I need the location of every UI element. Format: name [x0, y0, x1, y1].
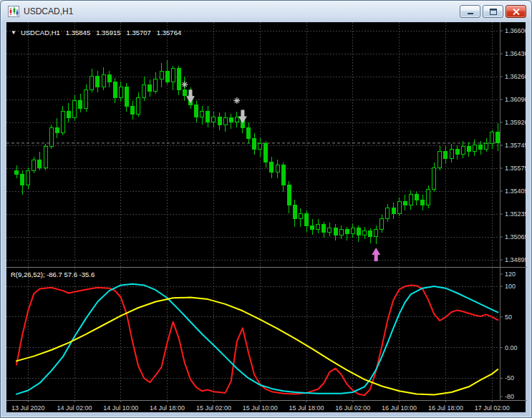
candle — [137, 98, 140, 115]
minimize-icon — [467, 9, 474, 15]
signal-markers-layer — [181, 82, 380, 262]
indicator-label: R(9,26,52); -86.7 57.6 -35.6 — [11, 271, 95, 278]
candle — [49, 127, 53, 146]
candle — [247, 127, 251, 138]
star-marker-icon — [181, 82, 188, 88]
candle — [369, 231, 372, 237]
candle — [160, 71, 163, 79]
svg-text:1.35235: 1.35235 — [505, 210, 527, 218]
svg-text:17 Jul 02:00: 17 Jul 02:00 — [475, 404, 510, 412]
candle — [450, 149, 453, 158]
info-open: 1.35845 — [66, 29, 90, 37]
indicator-line-cyan — [16, 284, 498, 394]
info-symbol-period: USDCAD,H1 — [21, 29, 60, 37]
indicator-scale[interactable]: 120100500.00-50-80 — [505, 271, 518, 400]
chart-area[interactable]: 1.366001.364301.362601.360901.359201.357… — [6, 22, 526, 412]
candle — [79, 101, 82, 109]
svg-text:14 Jul 18:00: 14 Jul 18:00 — [150, 404, 185, 412]
maximize-button[interactable] — [483, 5, 503, 18]
candle — [44, 146, 47, 167]
candle — [328, 228, 332, 233]
window-title: USDCAD,H1 — [24, 6, 73, 16]
candle — [183, 90, 186, 96]
candle — [403, 201, 407, 205]
star-marker-icon — [233, 97, 240, 104]
candle — [15, 170, 19, 175]
svg-text:1.35920: 1.35920 — [505, 119, 527, 126]
candle — [473, 145, 476, 152]
candle — [113, 82, 117, 98]
candle — [218, 117, 221, 125]
candle — [73, 101, 77, 118]
candle — [258, 144, 262, 150]
candle — [55, 127, 59, 133]
candle — [490, 132, 494, 144]
candle — [229, 118, 233, 122]
candle — [386, 208, 390, 219]
candle — [195, 104, 198, 117]
candle — [438, 152, 442, 168]
axis-layer — [6, 22, 527, 402]
sell-signal-arrow-icon — [186, 89, 195, 103]
close-icon — [513, 9, 520, 15]
svg-text:-50: -50 — [505, 374, 514, 381]
minimize-button[interactable] — [460, 5, 480, 18]
candle — [392, 208, 395, 214]
candle — [409, 195, 412, 205]
candle — [311, 225, 314, 230]
svg-text:15 Jul 02:00: 15 Jul 02:00 — [196, 404, 231, 412]
candle — [496, 132, 500, 143]
candle — [467, 146, 470, 152]
candle — [21, 175, 24, 185]
info-low: 1.35707 — [127, 29, 151, 37]
svg-text:1.35065: 1.35065 — [505, 233, 527, 240]
info-high: 1.35915 — [96, 29, 120, 37]
svg-text:14 Jul 02:00: 14 Jul 02:00 — [57, 404, 92, 412]
candle — [432, 167, 436, 189]
candle — [293, 205, 296, 219]
buy-signal-arrow-icon — [372, 248, 380, 261]
candle — [206, 112, 210, 122]
window-controls — [460, 5, 526, 18]
svg-text:1.35575: 1.35575 — [505, 165, 527, 172]
time-axis[interactable]: 13 Jul 202014 Jul 02:0014 Jul 10:0014 Ju… — [11, 404, 510, 412]
maximize-icon — [490, 9, 497, 15]
svg-text:1.36600: 1.36600 — [505, 27, 527, 34]
candle — [357, 228, 360, 235]
svg-text:0.00: 0.00 — [505, 344, 518, 351]
candle — [171, 69, 175, 82]
candle — [415, 195, 418, 200]
chart-info-line: ▼ USDCAD,H1 1.35845 1.35915 1.35707 1.35… — [11, 29, 181, 37]
close-button[interactable] — [506, 5, 526, 18]
candle — [299, 213, 302, 219]
candle — [212, 117, 216, 122]
indicator-line-red — [16, 285, 498, 395]
svg-text:1.36260: 1.36260 — [505, 73, 527, 80]
svg-text:13 Jul 2020: 13 Jul 2020 — [11, 404, 45, 412]
candle — [444, 152, 448, 158]
svg-text:14 Jul 10:00: 14 Jul 10:00 — [103, 404, 138, 412]
candle — [131, 106, 135, 114]
candle — [479, 145, 483, 150]
chart-canvas[interactable]: 1.366001.364301.362601.360901.359201.357… — [6, 22, 527, 414]
candle — [61, 112, 64, 133]
candle — [305, 213, 309, 225]
svg-text:1.34895: 1.34895 — [505, 256, 527, 263]
candle — [102, 75, 105, 87]
candle — [200, 112, 204, 117]
svg-text:15 Jul 10:00: 15 Jul 10:00 — [243, 404, 278, 412]
window-titlebar[interactable]: USDCAD,H1 — [1, 1, 531, 22]
candle — [363, 231, 367, 235]
sell-signal-arrow-icon — [238, 110, 247, 124]
indicator-lines-layer — [16, 284, 498, 396]
candle — [316, 224, 320, 230]
one-click-trading-icon[interactable]: ▼ — [11, 29, 16, 36]
price-axis[interactable]: 1.366001.364301.362601.360901.359201.357… — [505, 27, 527, 263]
svg-text:16 Jul 10:00: 16 Jul 10:00 — [382, 404, 417, 412]
grid-layer — [6, 22, 499, 400]
candle — [142, 84, 146, 98]
candle — [38, 160, 42, 167]
svg-text:100: 100 — [505, 283, 516, 290]
svg-text:50: 50 — [505, 314, 512, 321]
candle — [148, 84, 152, 91]
